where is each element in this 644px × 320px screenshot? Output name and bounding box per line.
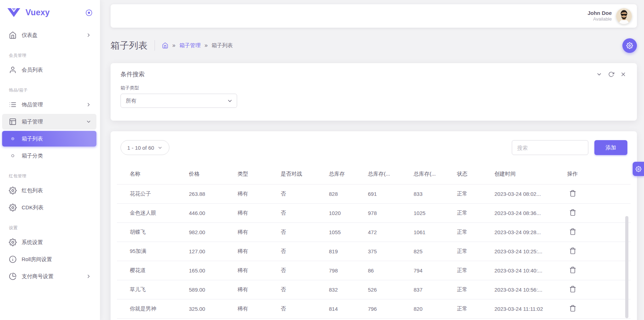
delete-button[interactable] [567, 247, 576, 254]
table-row: 95加满127.00稀有否819375825正常2023-03-24 10:25… [117, 242, 631, 261]
sidebar-item-redpacket-list[interactable]: 红包列表 [2, 183, 96, 198]
table-cell: 正常 [457, 261, 494, 280]
table-cell: 2023-03-24 10:25:... [494, 242, 567, 261]
table-header-row: 名称价格类型是否对战总库存总库存(...总库存(...状态创建时间操作 [117, 164, 631, 184]
sidebar-item-label: 仪表盘 [22, 32, 38, 39]
radio-circle-icon[interactable] [85, 9, 93, 17]
brand-name: Vuexy [26, 8, 85, 17]
list-icon [9, 101, 17, 109]
home-icon[interactable] [162, 42, 168, 49]
sidebar-item-roll-room-settings[interactable]: Roll房间设置 [2, 252, 96, 267]
sidebar-item-label: Roll房间设置 [22, 256, 52, 263]
column-header: 创建时间 [494, 164, 567, 184]
table-cell: 978 [368, 203, 414, 222]
user-menu[interactable]: John Doe Available [588, 8, 632, 24]
actions-cell [567, 184, 631, 203]
delete-button[interactable] [567, 190, 576, 197]
collapse-chevron-down-icon[interactable] [596, 71, 602, 77]
table-search-input[interactable] [512, 140, 588, 155]
chevron-down-icon [227, 98, 233, 105]
table-cell: 否 [281, 184, 329, 203]
close-icon[interactable] [620, 71, 626, 77]
sidebar-item-system-settings[interactable]: 系统设置 [2, 235, 96, 250]
table-cell: 691 [368, 184, 414, 203]
main-content: John Doe Available [100, 0, 644, 320]
table-cell: 86 [368, 261, 414, 280]
gear-icon [9, 204, 17, 211]
sidebar-item-label: 箱子分类 [22, 153, 43, 159]
pagination-select[interactable]: 1 - 10 of 60 [121, 140, 169, 155]
breadcrumb-separator: » [205, 42, 208, 49]
table-toolbar: 1 - 10 of 60 添加 [111, 131, 637, 155]
chevron-down-icon [157, 145, 163, 150]
table-row: 樱花道165.00稀有否79886794正常2023-03-24 10:40:.… [117, 261, 631, 280]
sidebar-item-dashboard[interactable]: 仪表盘 [2, 27, 96, 43]
delete-button[interactable] [567, 305, 576, 312]
delete-button[interactable] [567, 286, 576, 293]
app-root: Vuexy 仪表盘会员管理会员列表饰品/箱子饰品管理箱子管理箱子列表箱子分类红包… [0, 0, 644, 320]
sidebar-item-box-list[interactable]: 箱子列表 [2, 131, 96, 147]
table-cell: 草儿飞 [117, 280, 189, 299]
table-cell: 樱花道 [117, 261, 189, 280]
scrollbar-thumb[interactable] [625, 216, 628, 318]
refresh-icon[interactable] [608, 71, 614, 77]
customizer-toggle-button[interactable] [633, 162, 644, 176]
table-cell: 稀有 [237, 184, 281, 203]
table-cell: 正常 [457, 184, 494, 203]
table-cell: 796 [368, 299, 414, 318]
table-cell: 375 [368, 242, 414, 261]
sidebar-item-box-management[interactable]: 箱子管理 [2, 114, 96, 129]
gear-icon [9, 187, 17, 194]
circle-dot-icon [9, 135, 17, 143]
sidebar-item-label: 饰品管理 [22, 101, 43, 108]
actions-cell [567, 299, 631, 318]
avatar[interactable] [616, 8, 632, 24]
delete-button[interactable] [567, 228, 576, 235]
sidebar-item-label: 系统设置 [22, 239, 43, 246]
table-cell: 837 [414, 280, 457, 299]
table-cell: 1025 [414, 203, 457, 222]
table-cell: 832 [329, 280, 368, 299]
actions-cell [567, 203, 631, 222]
breadcrumb-separator: » [172, 42, 175, 49]
info-icon [9, 255, 17, 263]
sidebar-item-accessory-management[interactable]: 饰品管理 [2, 97, 96, 112]
chevron-right-icon [86, 102, 91, 107]
navbar: John Doe Available [111, 4, 637, 28]
sidebar-item-label: 箱子管理 [22, 118, 43, 125]
page-title: 箱子列表 [111, 39, 147, 52]
user-status: Available [588, 16, 612, 22]
table-row: 你就是男神325.00稀有否814796820正常2023-03-24 11:1… [117, 299, 631, 318]
brand[interactable]: Vuexy [0, 0, 100, 22]
column-header: 价格 [189, 164, 237, 184]
table-cell: 稀有 [237, 299, 281, 318]
table-body: 花花公子263.88稀有否828691833正常2023-03-24 08:02… [117, 184, 631, 318]
table-cell: 1061 [414, 222, 457, 242]
table-row: 花花公子263.88稀有否828691833正常2023-03-24 08:02… [117, 184, 631, 203]
breadcrumb-link-box-management[interactable]: 箱子管理 [179, 42, 201, 49]
table-row: 草儿飞589.00稀有否832526837正常2023-03-24 10:56:… [117, 280, 631, 299]
table-cell: 2023-03-24 10:56:... [494, 280, 567, 299]
add-button[interactable]: 添加 [594, 140, 627, 155]
sidebar-item-label: CDK列表 [22, 204, 44, 211]
circle-icon [9, 152, 17, 160]
table-cell: 833 [414, 184, 457, 203]
sidebar-item-payment-merchant-settings[interactable]: 支付商号设置 [2, 269, 96, 284]
column-header: 名称 [117, 164, 189, 184]
sidebar-item-member-list[interactable]: 会员列表 [2, 62, 96, 78]
box-type-select-value: 所有 [126, 98, 136, 104]
box-table: 名称价格类型是否对战总库存总库存(...总库存(...状态创建时间操作 花花公子… [117, 164, 631, 319]
sidebar-item-box-category[interactable]: 箱子分类 [2, 148, 96, 164]
box-type-select[interactable]: 所有 [121, 94, 237, 108]
table-cell: 2023-03-24 08:36... [494, 203, 567, 222]
table-cell: 正常 [457, 242, 494, 261]
page-settings-button[interactable] [622, 38, 637, 53]
delete-button[interactable] [567, 266, 576, 274]
sidebar-item-cdk-list[interactable]: CDK列表 [2, 200, 96, 215]
table-cell: 2023-03-24 11:11:02 [494, 299, 567, 318]
chevron-down-icon [86, 119, 91, 125]
search-card-actions [596, 71, 626, 77]
delete-button[interactable] [567, 209, 576, 216]
table-cell: 否 [281, 222, 329, 242]
table-cell: 263.88 [189, 184, 237, 203]
